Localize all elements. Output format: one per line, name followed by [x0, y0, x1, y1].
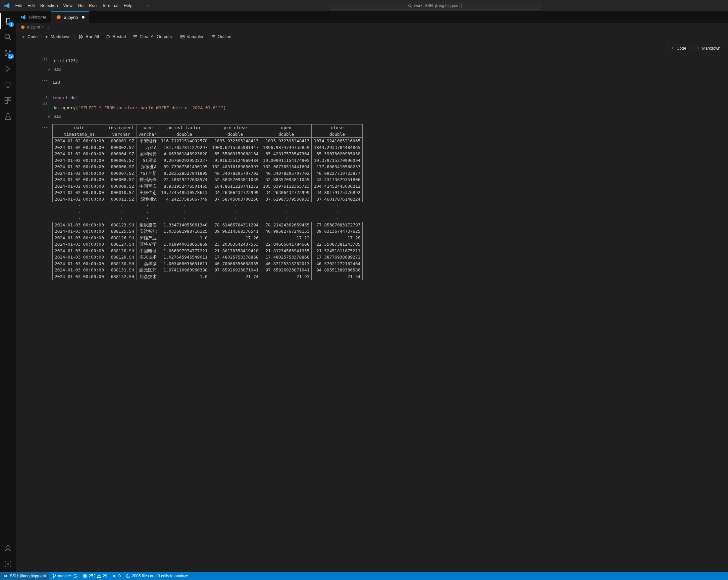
check-icon: ✓ — [48, 67, 51, 72]
table-cell: 000007.SZ — [106, 170, 136, 177]
svg-rect-11 — [8, 98, 11, 100]
activity-settings[interactable] — [0, 556, 16, 572]
table-cell: 21.93 — [261, 273, 312, 280]
status-branch-label: master* — [58, 574, 72, 578]
more-icon[interactable]: ··· — [41, 79, 48, 83]
table-row: 2024-01-02 00:00:00000007.SZ*ST全新8.28352… — [53, 170, 363, 177]
table-cell: 2024-01-03 00:00:00 — [53, 228, 106, 235]
code-editor[interactable]: print(123) — [48, 56, 724, 66]
cell-body[interactable]: import dai dai.query("SELECT * FROM cn_s… — [48, 93, 724, 119]
activity-extensions[interactable] — [0, 93, 16, 109]
table-row: 2024-01-03 00:00:00688130.SH晶华微1.0034680… — [53, 260, 363, 267]
status-analyze[interactable]: 2005 files and 3 cells to analyze — [123, 572, 191, 580]
table-cell: 688129.SH — [106, 254, 136, 260]
table-row: 2024-01-02 00:00:00000006.SZ深振业A39.73967… — [53, 164, 363, 170]
activity-account[interactable] — [0, 540, 16, 556]
check-icon: ✓ — [48, 114, 51, 119]
table-cell: 10.009011154174805 — [261, 157, 312, 164]
svg-line-3 — [9, 38, 11, 40]
menu-item-terminal[interactable]: Terminal — [99, 0, 121, 11]
table-row: 2024-01-03 00:00:00688129.SH东来技术1.027645… — [53, 254, 363, 260]
run-cell-button[interactable]: ▷ — [45, 94, 48, 99]
svg-point-31 — [55, 575, 56, 576]
status-remote[interactable]: SSH: jliang.bigquant — [0, 572, 49, 580]
activity-testing[interactable] — [0, 109, 16, 125]
svg-point-6 — [9, 51, 10, 52]
table-cell: 688123.SH — [106, 222, 136, 228]
table-cell: 1.0 — [159, 273, 210, 280]
cell-body[interactable]: print(123)✓0.0s — [48, 56, 724, 72]
execution-count: [2] — [41, 101, 48, 106]
toolbar-run-all[interactable]: Run All — [76, 31, 102, 42]
activity-remote-explorer[interactable] — [0, 77, 16, 93]
menu-item-view[interactable]: View — [61, 0, 75, 11]
account-icon — [4, 544, 12, 552]
status-problems[interactable]: 252 29 — [80, 572, 110, 580]
menu-item-help[interactable]: Help — [121, 0, 135, 11]
svg-point-0 — [408, 4, 411, 7]
toolbar-add-markdown[interactable]: ＋Markdown — [41, 31, 74, 42]
toolbar-variables[interactable]: Variables — [177, 31, 208, 42]
nav-back-button[interactable]: ← — [143, 0, 154, 11]
table-row: 2024-01-02 00:00:00000002.SZ万科A181.70378… — [53, 144, 363, 151]
table-ellipsis: ······· — [53, 202, 363, 209]
table-cell: 000008.SZ — [106, 176, 136, 183]
tab-notebook[interactable]: a.ipynb — [51, 11, 89, 23]
nav-forward-button[interactable]: → — [154, 0, 164, 11]
plus-icon: ＋ — [671, 45, 675, 51]
activity-search[interactable] — [0, 29, 16, 45]
more-icon[interactable]: ··· — [41, 126, 48, 130]
menu-item-go[interactable]: Go — [75, 0, 86, 11]
menu-item-selection[interactable]: Selection — [37, 0, 60, 11]
svg-point-15 — [7, 563, 9, 565]
menu-item-run[interactable]: Run — [86, 0, 99, 11]
status-ports[interactable]: 0 — [110, 572, 123, 580]
table-cell: 182.00770515441894 — [261, 164, 312, 170]
table-cell: 皓元医药 — [136, 267, 159, 273]
toolbar-more[interactable]: ··· — [234, 34, 247, 39]
svg-marker-18 — [79, 35, 81, 38]
execution-time: 6.5s — [54, 114, 61, 119]
toolbar-restart[interactable]: Restart — [102, 31, 130, 42]
cell-output-table: ···datetimestamp_nsinstrumentvarcharname… — [16, 123, 728, 290]
activity-source-control[interactable]: 19 — [0, 45, 16, 61]
menu-item-edit[interactable]: Edit — [25, 0, 37, 11]
code-editor[interactable]: import dai dai.query("SELECT * FROM cn_s… — [48, 93, 724, 113]
status-branch[interactable]: master* — [49, 572, 80, 580]
outline-icon — [211, 34, 216, 39]
table-cell: 000011.SZ — [106, 196, 136, 202]
clear-icon — [133, 34, 137, 39]
table-cell: 1.974110960960388 — [159, 267, 210, 273]
cell-add-bar: ＋Code ＋Markdown — [16, 42, 728, 54]
table-row: 2024-01-02 00:00:00000010.SZ美丽生态10.77454… — [53, 189, 363, 196]
table-cell: 2024-01-02 00:00:00 — [53, 144, 106, 151]
tab-welcome[interactable]: Welcome — [16, 11, 51, 23]
table-cell: 9.267602920532227 — [159, 157, 210, 164]
activity-explorer[interactable]: 1 — [0, 13, 16, 29]
menu-item-file[interactable]: File — [12, 0, 25, 11]
status-remote-label: SSH: jliang.bigquant — [10, 574, 46, 578]
table-cell: 国华网安 — [136, 150, 159, 157]
add-code-cell-button[interactable]: ＋Code — [667, 44, 690, 52]
table-cell: 37.62987379550933 — [261, 196, 312, 202]
table-cell: 1.033681988716125 — [159, 228, 210, 235]
toolbar-clear-outputs[interactable]: Clear All Outputs — [130, 31, 175, 42]
add-markdown-cell-button[interactable]: ＋Markdown — [693, 44, 724, 52]
table-row: 2024-01-02 00:00:00000009.SZ中国宝安8.931952… — [53, 183, 363, 190]
restart-icon — [106, 34, 110, 39]
table-cell: 2024-01-03 00:00:00 — [53, 254, 106, 260]
scm-badge: 19 — [8, 54, 14, 59]
table-cell: 40.87125313282013 — [261, 260, 312, 267]
toolbar-outline[interactable]: Outline — [208, 31, 234, 42]
breadcrumb[interactable]: a.ipynb › … — [16, 23, 728, 31]
cell-gutter: ▷[2] — [17, 93, 48, 119]
command-center[interactable]: work [SSH: jliang.bigquant] — [329, 2, 541, 9]
activity-run-debug[interactable] — [0, 61, 16, 77]
error-icon — [83, 574, 87, 578]
table-cell: 2024-01-02 00:00:00 — [53, 164, 106, 170]
table-cell: 000004.SZ — [106, 150, 136, 157]
table-cell: 39.63136744737625 — [312, 228, 363, 235]
table-cell: 8.283528527941895 — [159, 170, 210, 177]
table-cell: 2024-01-03 00:00:00 — [53, 248, 106, 254]
toolbar-add-code[interactable]: ＋Code — [18, 31, 41, 42]
